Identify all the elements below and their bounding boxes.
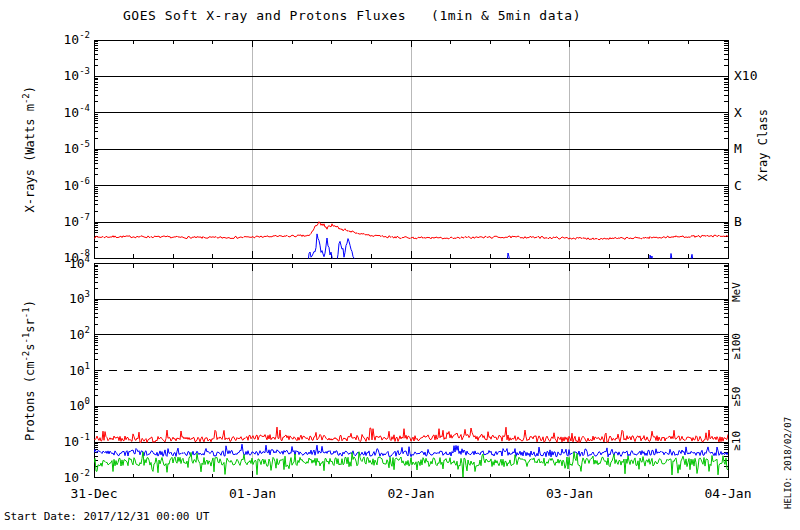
y-tick-label: 10-6 xyxy=(64,176,91,193)
x-tick-label: 02-Jan xyxy=(388,486,435,501)
y-tick-label: 10-3 xyxy=(64,66,91,83)
chart-title: GOES Soft X-ray and Protons Fluxes (1min… xyxy=(20,8,684,23)
y-tick-label: 102 xyxy=(69,325,90,342)
right-axis-title: Xray Class xyxy=(756,109,770,181)
chart-canvas: 10-210-310-410-510-610-710-8X-rays (Watt… xyxy=(0,0,800,530)
energy-label: ≥100 xyxy=(730,333,743,360)
protons-axis-title: Protons (cm-2s-1sr-1) xyxy=(21,300,37,441)
class-label: X xyxy=(734,105,742,120)
xray-class-labels: X10XMCB xyxy=(734,68,757,229)
y-tick-label: 100 xyxy=(69,396,90,413)
y-tick-labels: 10-210-310-410-510-610-710-8 xyxy=(64,30,91,265)
y-tick-labels: 10410310210110010-110-2 xyxy=(64,254,91,485)
start-date-label: Start Date: 2017/12/31 00:00 UT xyxy=(4,510,209,523)
class-label: B xyxy=(734,214,742,229)
x-tick-label: 01-Jan xyxy=(229,486,276,501)
class-label: X10 xyxy=(734,68,757,83)
x-tick-label: 03-Jan xyxy=(546,486,593,501)
energy-label: ≥10 xyxy=(730,431,743,451)
x-tick-label: 04-Jan xyxy=(705,486,752,501)
class-label: C xyxy=(734,178,742,193)
energy-label: ≥50 xyxy=(730,387,743,407)
y-tick-label: 103 xyxy=(69,289,90,306)
x-tick-labels: 31-Dec01-Jan02-Jan03-Jan04-Jan xyxy=(71,486,752,501)
y-tick-label: 10-5 xyxy=(64,139,91,156)
xray-panel: 10-210-310-410-510-610-710-8X-rays (Watt… xyxy=(21,30,770,277)
class-label: M xyxy=(734,141,742,156)
y-tick-label: 10-1 xyxy=(64,432,91,449)
x-tick-label: 31-Dec xyxy=(71,486,118,501)
goes-xray-proton-plot: 10-210-310-410-510-610-710-8X-rays (Watt… xyxy=(0,0,800,530)
energy-label: MeV xyxy=(730,282,743,302)
y-tick-label: 10-7 xyxy=(64,212,91,229)
protons-panel: 10410310210110010-110-2Protons (cm-2s-1s… xyxy=(21,254,743,485)
y-tick-label: 10-4 xyxy=(64,103,91,120)
y-tick-label: 10-2 xyxy=(64,30,91,47)
xray-axis-title: X-rays (Watts m-2) xyxy=(21,86,37,212)
y-tick-label: 104 xyxy=(69,254,90,271)
energy-labels: MeV≥100≥50≥10 xyxy=(730,282,743,451)
credit-label: HELIO: 2018/02/07 xyxy=(783,417,793,509)
y-tick-label: 10-2 xyxy=(64,468,91,485)
y-tick-label: 101 xyxy=(69,361,90,378)
